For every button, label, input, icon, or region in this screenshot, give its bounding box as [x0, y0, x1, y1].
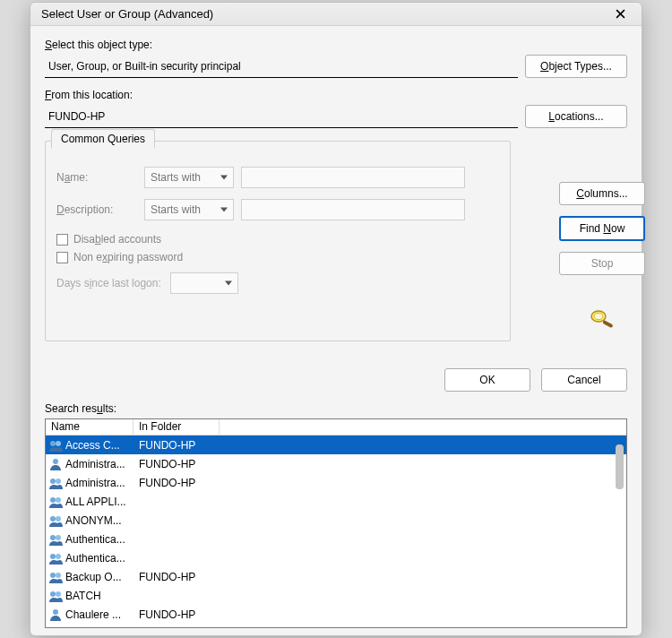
- row-name: ALL APPLI...: [64, 496, 134, 508]
- table-row[interactable]: Authentica...: [46, 548, 626, 567]
- table-row[interactable]: ALL APPLI...: [46, 492, 626, 511]
- group-icon: [47, 532, 64, 547]
- stop-button[interactable]: Stop: [559, 252, 645, 275]
- group-icon: [47, 551, 64, 565]
- close-button[interactable]: [606, 4, 634, 25]
- checkbox-icon: [56, 234, 68, 246]
- svg-point-6: [56, 497, 61, 503]
- row-name: ANONYM...: [64, 514, 134, 527]
- svg-point-13: [50, 573, 56, 578]
- svg-point-16: [56, 591, 61, 597]
- name-label: Name:: [56, 167, 137, 188]
- table-row[interactable]: Chaulere ...FUNDO-HP: [46, 605, 626, 624]
- svg-point-11: [50, 554, 56, 559]
- row-name: Administra...: [64, 458, 134, 470]
- results-header: Name In Folder: [46, 419, 626, 435]
- table-row[interactable]: Authentica...: [46, 530, 626, 548]
- svg-point-2: [53, 459, 58, 464]
- svg-point-7: [50, 516, 56, 522]
- svg-point-5: [50, 497, 56, 503]
- common-queries-tab[interactable]: Common Queries: [51, 129, 155, 149]
- group-icon: [47, 495, 64, 509]
- days-since-logon-combo[interactable]: [170, 272, 238, 294]
- columns-button[interactable]: Columns...: [559, 182, 645, 205]
- table-row[interactable]: Administra...FUNDO-HP: [46, 473, 626, 492]
- table-row[interactable]: Administra...FUNDO-HP: [46, 454, 626, 473]
- locations-button[interactable]: Locations...: [525, 105, 627, 128]
- scrollbar-thumb[interactable]: [616, 444, 624, 489]
- group-icon: [47, 513, 64, 528]
- row-name: Backup O...: [64, 571, 134, 583]
- svg-point-15: [50, 591, 56, 597]
- disabled-accounts-check[interactable]: Disabled accounts: [56, 233, 499, 246]
- select-user-group-dialog: Select User or Group (Advanced) Select t…: [30, 2, 642, 636]
- description-input[interactable]: [241, 199, 465, 220]
- find-now-button[interactable]: Find Now: [559, 216, 645, 241]
- ok-button[interactable]: OK: [444, 368, 530, 392]
- results-list[interactable]: Name In Folder Access C...FUNDO-HPAdmini…: [45, 418, 627, 628]
- row-name: Administra...: [64, 477, 134, 489]
- svg-point-20: [594, 313, 603, 319]
- table-row[interactable]: Access C...FUNDO-HP: [46, 435, 626, 454]
- table-row[interactable]: Backup O...FUNDO-HP: [46, 567, 626, 586]
- window-title: Select User or Group (Advanced): [41, 7, 606, 21]
- column-header-in-folder[interactable]: In Folder: [134, 419, 220, 435]
- row-folder: FUNDO-HP: [134, 477, 220, 489]
- svg-point-14: [56, 573, 61, 578]
- table-row[interactable]: BATCH: [46, 586, 626, 605]
- row-name: Authentica...: [64, 552, 134, 565]
- row-name: Chifundo K: [64, 627, 134, 628]
- description-match-combo[interactable]: Starts with: [144, 199, 234, 220]
- name-match-combo[interactable]: Starts with: [144, 167, 234, 188]
- title-bar: Select User or Group (Advanced): [30, 3, 642, 26]
- days-since-logon-row: Days since last logon:: [56, 272, 499, 294]
- group-icon: [47, 589, 64, 603]
- object-type-label: Select this object type:: [45, 39, 627, 51]
- svg-point-17: [53, 609, 58, 615]
- svg-point-8: [56, 516, 61, 522]
- group-icon: [47, 476, 64, 490]
- user-icon: [47, 457, 64, 471]
- row-name: Authentica...: [64, 533, 134, 546]
- table-row[interactable]: Chifundo KFUNDO-HP: [46, 624, 626, 627]
- group-icon: [47, 570, 64, 584]
- svg-point-3: [50, 478, 56, 484]
- row-folder: FUNDO-HP: [134, 571, 220, 583]
- table-row[interactable]: ANONYM...: [46, 511, 626, 530]
- close-icon: [616, 9, 625, 19]
- svg-point-4: [56, 478, 61, 484]
- common-queries-group: Common Queries Name: Starts with Descrip…: [45, 141, 511, 341]
- location-field[interactable]: FUNDO-HP: [45, 105, 518, 128]
- search-icon: [587, 307, 617, 331]
- svg-point-10: [56, 535, 61, 540]
- non-expiring-password-check[interactable]: Non expiring password: [56, 251, 499, 263]
- column-header-name[interactable]: Name: [46, 419, 134, 435]
- checkbox-icon: [56, 252, 68, 263]
- object-type-field[interactable]: User, Group, or Built-in security princi…: [45, 55, 518, 78]
- description-label: Description:: [56, 199, 137, 220]
- svg-rect-21: [602, 320, 613, 328]
- svg-point-0: [50, 441, 56, 446]
- row-folder: FUNDO-HP: [134, 458, 220, 470]
- object-types-button[interactable]: Object Types...: [525, 55, 627, 78]
- group-icon: [47, 438, 64, 453]
- row-folder: FUNDO-HP: [134, 627, 220, 628]
- from-location-label: From this location:: [45, 89, 627, 101]
- cancel-button[interactable]: Cancel: [541, 368, 627, 392]
- user-icon: [47, 608, 64, 622]
- row-name: Chaulere ...: [64, 608, 134, 621]
- search-results-label: Search results:: [45, 402, 627, 415]
- row-name: BATCH: [64, 590, 134, 602]
- dialog-content: Select this object type: User, Group, or…: [30, 26, 642, 635]
- row-name: Access C...: [64, 439, 134, 452]
- row-folder: FUNDO-HP: [134, 608, 220, 621]
- name-input[interactable]: [241, 167, 465, 188]
- svg-point-12: [56, 554, 61, 559]
- row-folder: FUNDO-HP: [134, 439, 220, 452]
- svg-point-1: [56, 441, 61, 446]
- user-icon: [47, 626, 64, 628]
- svg-point-9: [50, 535, 56, 540]
